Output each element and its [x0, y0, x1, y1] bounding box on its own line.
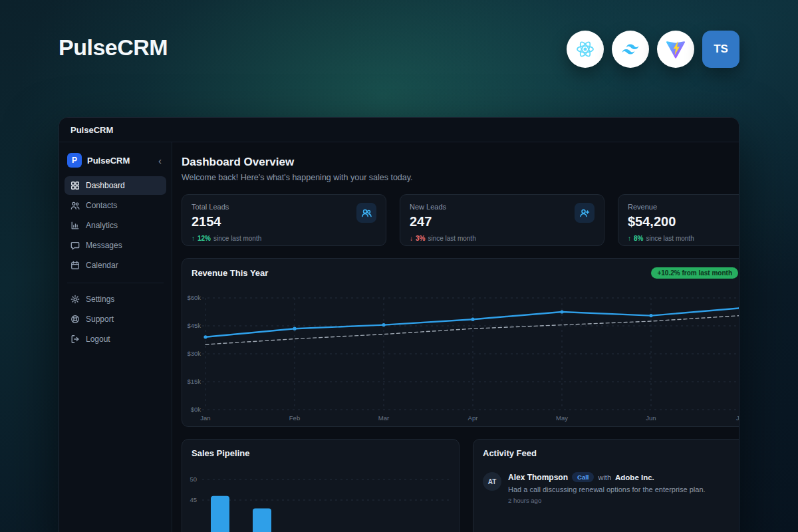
delta-percent: 3% — [416, 235, 425, 242]
sidebar-item-support[interactable]: Support — [65, 310, 166, 329]
stat-delta: ↑ 8% since last month — [628, 235, 739, 242]
window-titlebar: PulseCRM — [59, 118, 739, 142]
window-title: PulseCRM — [70, 125, 113, 135]
nav-label: Logout — [86, 334, 110, 344]
trend-up-icon: ↑ — [192, 235, 195, 242]
svg-text:Jan: Jan — [200, 414, 210, 422]
svg-text:Jul: Jul — [736, 414, 739, 422]
activity-feed-card: Activity Feed AT Alex Thompson Call with… — [473, 439, 739, 532]
logout-icon — [70, 334, 80, 344]
delta-suffix: since last month — [213, 235, 261, 242]
sidebar: P PulseCRM ‹ Dashboard Contacts Analytic… — [59, 142, 172, 532]
activity-item: AT Alex Thompson Call with Adobe Inc. Ha… — [473, 458, 739, 504]
page-subtitle: Welcome back! Here's what's happening wi… — [182, 173, 739, 182]
stat-value: 247 — [410, 214, 595, 229]
svg-text:50: 50 — [190, 475, 197, 483]
stat-value: 2154 — [192, 214, 376, 229]
calendar-icon — [70, 261, 80, 270]
bottom-row: Sales Pipeline 5045 Activity Feed AT Ale… — [182, 439, 739, 532]
stats-row: Total Leads 2154 ↑ 12% since last month … — [182, 194, 739, 246]
delta-suffix: since last month — [646, 235, 694, 242]
delta-suffix: since last month — [428, 235, 475, 242]
tech-badges: TS — [567, 31, 739, 68]
sidebar-collapse-button[interactable]: ‹ — [156, 156, 164, 166]
stat-delta: ↓ 3% since last month — [410, 235, 595, 242]
activity-connector: with — [598, 473, 611, 481]
activity-company: Adobe Inc. — [615, 473, 654, 481]
brand-name: PulseCRM — [87, 156, 130, 166]
stat-value: $54,200 — [628, 214, 739, 229]
activity-description: Had a call discussing renewal options fo… — [508, 485, 706, 493]
messages-icon — [70, 241, 80, 250]
sidebar-item-settings[interactable]: Settings — [65, 290, 166, 309]
hero-title: PulseCRM — [59, 35, 168, 61]
typescript-logo-icon: TS — [702, 31, 739, 68]
stat-label: Total Leads — [192, 203, 376, 211]
sidebar-divider — [67, 283, 164, 283]
nav-label: Contacts — [86, 201, 117, 210]
svg-text:May: May — [556, 414, 568, 422]
support-icon — [70, 315, 80, 324]
delta-percent: 12% — [198, 235, 211, 242]
sidebar-item-logout[interactable]: Logout — [65, 330, 166, 348]
svg-text:$60k: $60k — [187, 294, 201, 301]
stat-label: Revenue — [628, 203, 739, 211]
analytics-icon — [70, 221, 80, 230]
revenue-chart-title: Revenue This Year — [192, 268, 268, 278]
activity-contact-name: Alex Thompson — [508, 473, 568, 482]
revenue-chart-card: Revenue This Year +10.2% from last month… — [182, 258, 739, 427]
sidebar-item-messages[interactable]: Messages — [65, 236, 166, 255]
page-title: Dashboard Overview — [182, 156, 739, 169]
delta-percent: 8% — [634, 235, 643, 242]
settings-icon — [70, 295, 80, 304]
revenue-line-chart: $0k$15k$30k$45k$60kJanFebMarAprMayJunJul — [182, 283, 739, 426]
activity-type-badge: Call — [572, 472, 594, 482]
svg-text:$0k: $0k — [191, 406, 201, 413]
app-window: PulseCRM P PulseCRM ‹ Dashboard Contacts — [59, 117, 739, 532]
sidebar-item-contacts[interactable]: Contacts — [65, 196, 166, 215]
svg-text:Jun: Jun — [646, 414, 656, 422]
svg-text:Feb: Feb — [289, 414, 300, 422]
svg-text:$15k: $15k — [187, 378, 201, 385]
activity-title: Activity Feed — [483, 448, 537, 458]
activity-header: Activity Feed — [473, 440, 739, 458]
svg-text:Apr: Apr — [468, 414, 478, 422]
trend-down-icon: ↓ — [410, 235, 413, 242]
activity-body: Alex Thompson Call with Adobe Inc. Had a… — [508, 472, 706, 504]
sidebar-secondary: Settings Support Logout — [65, 290, 166, 350]
users-icon — [356, 203, 376, 223]
sidebar-brand-row: P PulseCRM ‹ — [65, 148, 166, 176]
stat-card-revenue: Revenue $54,200 ↑ 8% since last month — [618, 194, 739, 246]
avatar: AT — [483, 472, 501, 491]
stat-card-total-leads: Total Leads 2154 ↑ 12% since last month — [182, 194, 386, 246]
activity-timestamp: 2 hours ago — [508, 497, 706, 504]
stat-label: New Leads — [410, 203, 595, 211]
nav-label: Settings — [86, 295, 114, 304]
activity-name-row: Alex Thompson Call with Adobe Inc. — [508, 472, 706, 482]
react-logo-icon — [567, 31, 604, 68]
sales-pipeline-card: Sales Pipeline 5045 — [182, 439, 460, 532]
revenue-growth-badge: +10.2% from last month — [651, 267, 738, 279]
trend-up-icon: ↑ — [628, 235, 631, 242]
nav-label: Calendar — [86, 261, 118, 270]
stat-card-new-leads: New Leads 247 ↓ 3% since last month — [400, 194, 604, 246]
svg-text:$30k: $30k — [187, 350, 201, 357]
pipeline-bar-chart: 5045 — [182, 464, 460, 532]
stat-delta: ↑ 12% since last month — [192, 235, 376, 242]
sidebar-item-analytics[interactable]: Analytics — [65, 216, 166, 235]
sidebar-nav: Dashboard Contacts Analytics Messages Ca… — [65, 176, 166, 276]
svg-text:45: 45 — [190, 496, 197, 503]
nav-label: Messages — [86, 241, 122, 250]
main-content: Dashboard Overview Welcome back! Here's … — [172, 142, 739, 532]
svg-text:$45k: $45k — [187, 322, 201, 329]
sidebar-item-dashboard[interactable]: Dashboard — [65, 176, 166, 195]
vite-logo-icon — [657, 31, 694, 68]
nav-label: Analytics — [86, 221, 118, 230]
pipeline-header: Sales Pipeline — [182, 440, 459, 458]
pipeline-title: Sales Pipeline — [192, 448, 249, 458]
dashboard-icon — [70, 181, 80, 190]
nav-label: Dashboard — [86, 181, 125, 190]
contacts-icon — [70, 201, 80, 210]
nav-label: Support — [86, 315, 114, 324]
sidebar-item-calendar[interactable]: Calendar — [65, 256, 166, 275]
